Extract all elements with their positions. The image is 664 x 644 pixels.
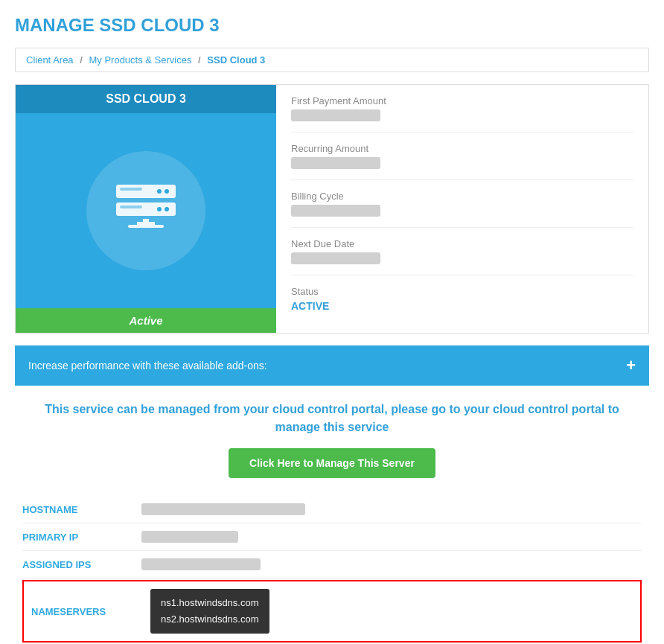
status-value: ACTIVE — [291, 300, 633, 312]
breadcrumb: Client Area / My Products & Services / S… — [15, 48, 649, 72]
product-status-badge: Active — [16, 308, 276, 333]
product-name: SSD CLOUD 3 — [16, 85, 276, 113]
product-icon-area — [86, 113, 205, 308]
icon-circle — [86, 151, 205, 270]
server-icon — [109, 177, 183, 244]
addons-bar[interactable]: Increase performance with these availabl… — [15, 345, 649, 386]
server-details: HOSTNAME PRIMARY IP ASSIGNED IPS NAMESER… — [15, 496, 649, 643]
manage-server-button[interactable]: Click Here to Manage This Server — [229, 448, 435, 478]
nameservers-value: ns1.hostwindsdns.com ns2.hostwindsdns.co… — [150, 589, 269, 634]
billing-cycle-label: Billing Cycle — [291, 191, 633, 202]
first-payment-label: First Payment Amount — [291, 95, 633, 106]
addons-text: Increase performance with these availabl… — [28, 360, 267, 372]
svg-rect-9 — [128, 225, 164, 228]
svg-rect-8 — [137, 222, 155, 225]
svg-point-1 — [165, 189, 169, 194]
first-payment-row: First Payment Amount — [291, 95, 633, 133]
recurring-amount-row: Recurring Amount — [291, 143, 633, 180]
next-due-date-value — [291, 252, 380, 264]
manage-text: This service can be managed from your cl… — [30, 401, 634, 436]
product-section: SSD CLOUD 3 — [15, 84, 649, 334]
breadcrumb-current: SSD Cloud 3 — [207, 54, 265, 66]
assigned-ips-row: ASSIGNED IPS — [22, 551, 642, 578]
status-label: Status — [291, 286, 633, 297]
svg-rect-10 — [143, 219, 149, 222]
primary-ip-label: PRIMARY IP — [22, 532, 141, 543]
svg-rect-7 — [120, 205, 142, 208]
svg-rect-3 — [120, 188, 142, 191]
recurring-amount-label: Recurring Amount — [291, 143, 633, 154]
hostname-label: HOSTNAME — [22, 504, 141, 515]
hostname-row: HOSTNAME — [22, 496, 642, 523]
product-left-panel: SSD CLOUD 3 — [16, 85, 276, 333]
hostname-value — [141, 503, 305, 515]
status-row: Status ACTIVE — [291, 286, 633, 322]
breadcrumb-sep-1: / — [80, 54, 83, 66]
svg-point-2 — [157, 189, 162, 194]
ns1-value: ns1.hostwindsdns.com — [161, 595, 259, 611]
svg-point-5 — [165, 207, 169, 211]
billing-cycle-value — [291, 205, 380, 217]
svg-point-6 — [157, 207, 162, 211]
breadcrumb-sep-2: / — [198, 54, 201, 66]
addons-expand-button[interactable]: + — [626, 356, 636, 375]
manage-section: This service can be managed from your cl… — [15, 401, 649, 478]
breadcrumb-client-area[interactable]: Client Area — [26, 54, 74, 66]
nameservers-label: NAMESERVERS — [31, 606, 150, 617]
breadcrumb-products-services[interactable]: My Products & Services — [89, 54, 191, 66]
first-payment-value — [291, 109, 380, 121]
page-title: MANAGE SSD CLOUD 3 — [15, 15, 649, 36]
billing-cycle-row: Billing Cycle — [291, 191, 633, 228]
product-right-panel: First Payment Amount Recurring Amount Bi… — [276, 85, 648, 333]
next-due-date-label: Next Due Date — [291, 238, 633, 249]
assigned-ips-value — [141, 558, 261, 570]
next-due-date-row: Next Due Date — [291, 238, 633, 275]
assigned-ips-label: ASSIGNED IPS — [22, 559, 141, 570]
primary-ip-row: PRIMARY IP — [22, 523, 642, 551]
nameservers-row: NAMESERVERS ns1.hostwindsdns.com ns2.hos… — [22, 580, 642, 643]
ns2-value: ns2.hostwindsdns.com — [161, 611, 259, 628]
primary-ip-value — [141, 531, 238, 543]
recurring-amount-value — [291, 157, 380, 169]
